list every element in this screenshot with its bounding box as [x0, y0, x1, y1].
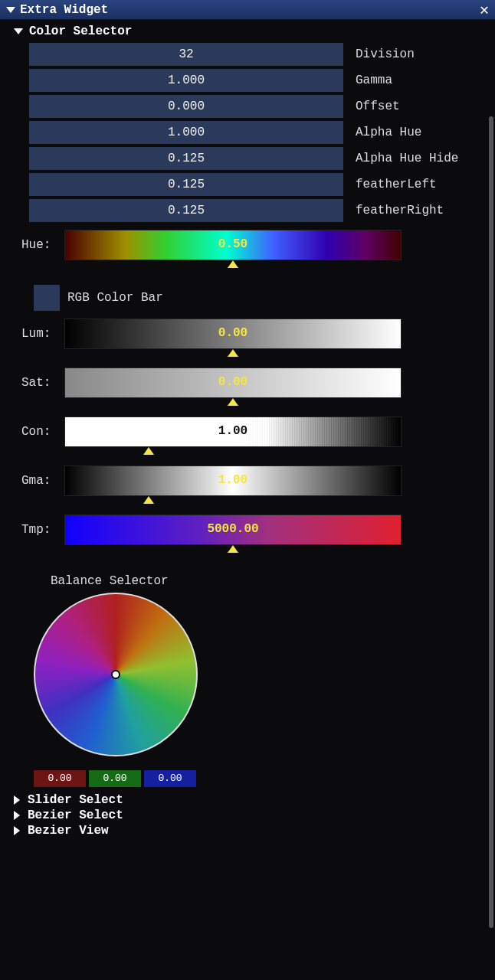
- numeric-field-0[interactable]: 32: [29, 43, 343, 66]
- hue-label: Hue:: [21, 238, 64, 252]
- numeric-label-5: featherLeft: [356, 178, 437, 191]
- chevron-right-icon: [14, 826, 20, 835]
- chevron-right-icon: [14, 795, 20, 805]
- hue-marker[interactable]: [228, 260, 238, 268]
- numeric-label-3: Alpha Hue: [356, 126, 421, 139]
- gma-marker[interactable]: [143, 496, 154, 504]
- balance-g[interactable]: 0.00: [89, 770, 141, 787]
- chevron-right-icon: [14, 811, 20, 820]
- lum-label: Lum:: [21, 327, 64, 341]
- scrollbar[interactable]: [487, 24, 493, 943]
- section-label: Color Selector: [29, 24, 132, 38]
- con-marker[interactable]: [143, 447, 154, 455]
- numeric-field-6[interactable]: 0.125: [29, 199, 343, 222]
- hue-value: 0.50: [65, 237, 401, 251]
- lum-value: 0.00: [65, 326, 401, 340]
- numeric-label-1: Gamma: [356, 74, 392, 87]
- gma-label: Gma:: [21, 474, 64, 488]
- sat-label: Sat:: [21, 376, 64, 390]
- scroll-thumb[interactable]: [489, 116, 493, 928]
- tmp-slider[interactable]: 5000.00: [64, 514, 402, 545]
- close-icon[interactable]: ✕: [480, 0, 489, 19]
- tmp-marker[interactable]: [228, 545, 238, 553]
- con-label: Con:: [21, 425, 64, 439]
- numeric-field-3[interactable]: 1.000: [29, 121, 343, 144]
- sat-slider[interactable]: 0.00: [64, 368, 402, 398]
- section-color-selector[interactable]: Color Selector: [14, 24, 487, 38]
- gma-value: 1.00: [65, 473, 401, 487]
- window-titlebar: Extra Widget ✕: [0, 0, 495, 20]
- balance-b[interactable]: 0.00: [144, 770, 196, 787]
- numeric-label-4: Alpha Hue Hide: [356, 152, 458, 165]
- chevron-down-icon: [14, 28, 23, 34]
- lum-marker[interactable]: [228, 349, 238, 357]
- rgb-swatch[interactable]: [34, 285, 60, 311]
- numeric-label-2: Offset: [356, 100, 400, 113]
- balance-header: Balance Selector: [51, 574, 487, 588]
- numeric-label-6: featherRight: [356, 204, 444, 217]
- numeric-field-1[interactable]: 1.000: [29, 69, 343, 92]
- collapse-icon[interactable]: [6, 7, 15, 13]
- tmp-value: 5000.00: [65, 522, 401, 536]
- window-title: Extra Widget: [20, 3, 480, 17]
- gma-slider[interactable]: 1.00: [64, 466, 402, 496]
- numeric-field-5[interactable]: 0.125: [29, 173, 343, 196]
- balance-wheel[interactable]: [34, 593, 198, 756]
- sat-marker[interactable]: [228, 398, 238, 406]
- sat-value: 0.00: [65, 375, 401, 389]
- numeric-field-4[interactable]: 0.125: [29, 147, 343, 170]
- section-label: Bezier View: [28, 824, 109, 838]
- balance-r[interactable]: 0.00: [34, 770, 86, 787]
- con-slider[interactable]: 1.00: [64, 416, 402, 447]
- section-collapsed-1[interactable]: Bezier Select: [14, 808, 487, 822]
- numeric-label-0: Division: [356, 47, 415, 61]
- section-label: Slider Select: [28, 793, 123, 807]
- rgb-bar-label: RGB Color Bar: [67, 291, 163, 305]
- section-label: Bezier Select: [28, 808, 123, 822]
- section-collapsed-2[interactable]: Bezier View: [14, 824, 487, 838]
- hue-slider[interactable]: 0.50: [64, 230, 402, 260]
- numeric-field-2[interactable]: 0.000: [29, 95, 343, 118]
- tmp-label: Tmp:: [21, 523, 64, 537]
- section-collapsed-0[interactable]: Slider Select: [14, 793, 487, 807]
- lum-slider[interactable]: 0.00: [64, 318, 402, 349]
